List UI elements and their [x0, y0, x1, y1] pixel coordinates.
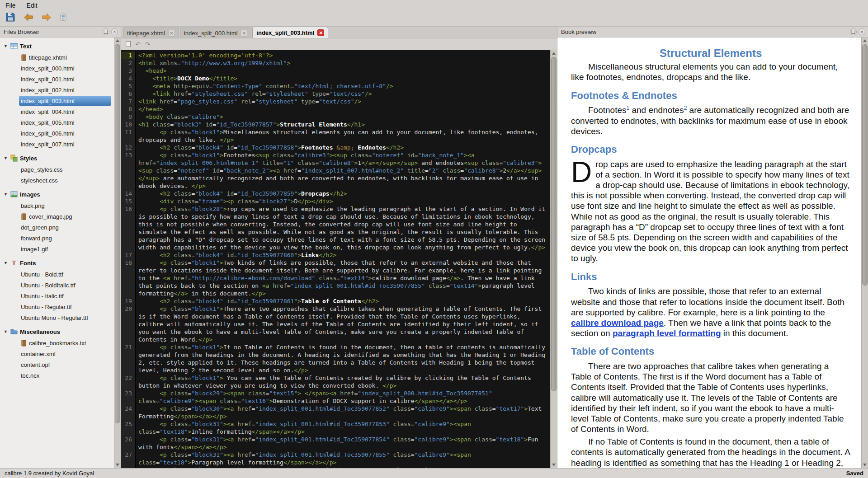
preview-document: Structural Elements Miscellaneous struct… — [557, 37, 861, 468]
file-item-dot-green-png[interactable]: dot_green.png — [0, 222, 114, 233]
save-button[interactable] — [4, 11, 17, 23]
file-item-page-styles-css[interactable]: page_styles.css — [0, 164, 114, 175]
scroll-down-icon[interactable] — [862, 462, 868, 468]
redo-button[interactable] — [40, 11, 53, 23]
file-section-text[interactable]: ▼Text — [0, 40, 114, 52]
line-number: 19 — [121, 297, 136, 305]
menu-edit[interactable]: Edit — [27, 2, 38, 9]
file-item-calibre-bookmarks-txt[interactable]: calibre_bookmarks.txt — [0, 337, 114, 348]
line-number: 25 — [121, 420, 136, 436]
file-section-miscellaneous[interactable]: ▼Miscellaneous — [0, 326, 114, 337]
scroll-thumb[interactable] — [862, 44, 868, 286]
file-item-cover-image-jpg[interactable]: cover_image.jpg — [0, 211, 114, 222]
code-line: 18 <p class="block1">Two kinds of links … — [121, 259, 550, 297]
file-item-titlepage-xhtml[interactable]: titlepage.xhtml — [0, 52, 114, 63]
file-item-index-split-001-html[interactable]: index_split_001.html — [0, 74, 114, 84]
file-item-content-opf[interactable]: content.opf — [0, 359, 114, 370]
scroll-up-icon[interactable] — [551, 50, 557, 56]
expand-arrow-icon[interactable]: ▼ — [4, 44, 8, 48]
file-item-index-split-005-html[interactable]: index_split_005.html — [0, 117, 114, 128]
file-item-index-split-004-html[interactable]: index_split_004.html — [0, 106, 114, 117]
bookmark-icon[interactable] — [126, 41, 131, 47]
file-item-toc-ncx[interactable]: toc.ncx — [0, 370, 114, 381]
file-item-ubuntu-italic-ttf[interactable]: Ubuntu - Italic.ttf — [0, 291, 114, 301]
code-line: 10<h1 class="block3" id="id_Toc359077857… — [121, 121, 550, 128]
file-item-index-split-007-html[interactable]: index_split_007.html — [0, 139, 114, 150]
status-version-text: calibre 1.9 created by Kovid Goyal — [5, 470, 94, 477]
expand-arrow-icon[interactable]: ▼ — [4, 156, 8, 160]
preview-intro-para: Miscellaneous structural elements you ca… — [571, 61, 850, 82]
file-item-ubuntu-bold-ttf[interactable]: Ubuntu - Bold.ttf — [0, 269, 114, 280]
undo-icon[interactable]: ↶ — [135, 41, 141, 47]
undo-button[interactable] — [22, 11, 35, 23]
panel-close-icon[interactable]: × — [111, 28, 118, 35]
code-line: 3 <head> — [121, 67, 550, 75]
file-section-styles[interactable]: ▼Styles — [0, 152, 114, 164]
line-number: 2 — [121, 59, 136, 67]
file-section-images[interactable]: ▼Images — [0, 188, 114, 200]
line-number: 4 — [121, 75, 136, 82]
page-icon — [59, 13, 67, 21]
tab-close-icon[interactable]: × — [241, 30, 247, 37]
file-item-ubuntu-mono-regular-ttf[interactable]: Ubuntu Mono - Regular.ttf — [0, 312, 114, 323]
miscellaneous-section-icon — [10, 328, 18, 335]
file-item-index-split-000-html[interactable]: index_split_000.html — [0, 63, 114, 74]
scroll-up-icon[interactable] — [114, 37, 121, 44]
tab-close-icon[interactable]: × — [168, 30, 175, 37]
panel-float-icon[interactable]: ❏ — [103, 28, 109, 35]
file-tree: ▼Texttitlepage.xhtmlindex_split_000.html… — [0, 37, 114, 468]
panel-close-icon[interactable]: × — [859, 28, 865, 35]
scroll-down-icon[interactable] — [114, 462, 121, 468]
scroll-thumb[interactable] — [551, 57, 557, 391]
tab-index-split-003-html[interactable]: index_split_003.html× — [252, 27, 328, 38]
file-item-index-split-002-html[interactable]: index_split_002.html — [0, 84, 114, 95]
file-section-fonts[interactable]: ▼TFonts — [0, 257, 114, 269]
scroll-down-icon[interactable] — [551, 462, 557, 468]
file-item-forward-png[interactable]: forward.png — [0, 233, 114, 244]
line-number: 1 — [121, 52, 136, 59]
menu-file[interactable]: File — [5, 2, 16, 9]
file-item-back-png[interactable]: back.png — [0, 200, 114, 211]
file-item-image1-gif[interactable]: image1.gif — [0, 244, 114, 254]
file-item-stylesheet-css[interactable]: stylesheet.css — [0, 175, 114, 186]
redo-icon[interactable]: ↷ — [145, 41, 151, 47]
files-browser-panel: Files Browser ❏ × ▼Texttitlepage.xhtmlin… — [0, 27, 121, 468]
link-calibre-download[interactable]: calibre download page — [571, 318, 664, 328]
scroll-thumb[interactable] — [115, 44, 120, 423]
tab-close-icon[interactable]: × — [317, 29, 324, 36]
donate-button[interactable] — [58, 11, 69, 23]
calibre-edit-book-window: FileEdit Files Browser ❏ × ▼Texttit — [0, 0, 868, 478]
line-number: 8 — [121, 105, 136, 113]
line-number: 24 — [121, 405, 136, 420]
expand-arrow-icon[interactable]: ▼ — [4, 261, 8, 265]
expand-arrow-icon[interactable]: ▼ — [4, 329, 8, 334]
main-toolbar — [0, 10, 868, 26]
line-number: 5 — [121, 82, 136, 90]
editor-scrollbar[interactable] — [550, 50, 557, 468]
line-number: 14 — [121, 190, 136, 197]
code-line: 1<?xml version='1.0' encoding='utf-8'?> — [121, 52, 550, 59]
file-item-index-split-006-html[interactable]: index_split_006.html — [0, 128, 114, 139]
files-browser-title: Files Browser — [4, 28, 39, 35]
status-bar: calibre 1.9 created by Kovid Goyal Saved — [0, 468, 868, 478]
line-number: 9 — [121, 113, 136, 121]
editor-mini-toolbar: ↶ ↷ — [121, 38, 557, 50]
code-editor[interactable]: 1<?xml version='1.0' encoding='utf-8'?>2… — [121, 50, 550, 468]
tab-titlepage-xhtml[interactable]: titlepage.xhtml× — [123, 28, 179, 38]
expand-arrow-icon[interactable]: ▼ — [4, 192, 8, 197]
dropcap-letter: D — [571, 159, 595, 185]
link-paragraph-formatting[interactable]: paragraph level formatting — [613, 328, 721, 338]
book-preview-header: Book preview ❏ × — [557, 27, 868, 37]
file-item-index-split-003-html[interactable]: index_split_003.html — [0, 95, 114, 106]
line-number: 12 — [121, 144, 136, 151]
files-scrollbar[interactable] — [114, 37, 121, 468]
scroll-up-icon[interactable] — [862, 37, 868, 44]
preview-scrollbar[interactable] — [861, 37, 868, 468]
file-item-container-xml[interactable]: container.xml — [0, 348, 114, 359]
panel-float-icon[interactable]: ❏ — [850, 28, 857, 35]
svg-text:T: T — [12, 260, 16, 267]
code-line: 19 <h2 class="block4" id="id_Toc35907786… — [121, 297, 550, 305]
tab-index-split-000-html[interactable]: index_split_000.html× — [180, 28, 252, 38]
file-item-ubuntu-bolditalic-ttf[interactable]: Ubuntu - BoldItalic.ttf — [0, 280, 114, 291]
file-item-ubuntu-regular-ttf[interactable]: Ubuntu - Regular.ttf — [0, 301, 114, 312]
